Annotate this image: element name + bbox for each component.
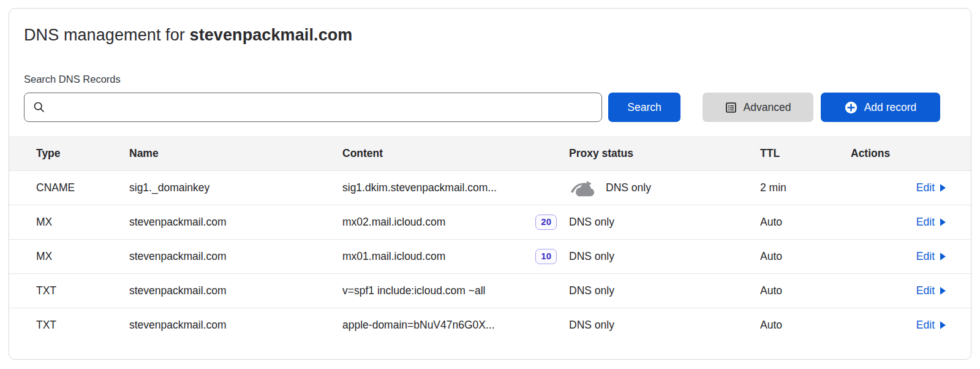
header-actions: Actions: [851, 147, 971, 160]
proxy-status-text: DNS only: [606, 181, 651, 194]
table-row-txt-spf: TXT stevenpackmail.com v=spf1 include:ic…: [9, 273, 971, 308]
add-record-button-label: Add record: [864, 101, 917, 114]
record-content: v=spf1 include:icloud.com ~all: [342, 284, 485, 297]
edit-record-link[interactable]: Edit: [916, 319, 946, 332]
table-row-cname-sig1: CNAME sig1._domainkey sig1.dkim.stevenpa…: [9, 170, 971, 205]
table-row-mx-01: MX stevenpackmail.com mx01.mail.icloud.c…: [9, 239, 971, 273]
caret-right-icon: [940, 218, 946, 227]
record-ttl: Auto: [760, 216, 851, 229]
record-name: stevenpackmail.com: [129, 284, 342, 297]
plus-circle-icon: [845, 101, 858, 114]
dns-records-table: Type Name Content Proxy status TTL Actio…: [9, 136, 971, 342]
list-box-icon: [725, 102, 737, 113]
record-content: apple-domain=bNuV47n6G0X...: [342, 319, 495, 332]
edit-record-link[interactable]: Edit: [916, 284, 946, 297]
record-type: TXT: [36, 319, 129, 332]
advanced-button-label: Advanced: [744, 101, 791, 114]
caret-right-icon: [940, 252, 946, 261]
record-name: stevenpackmail.com: [129, 216, 342, 229]
header-type: Type: [36, 147, 129, 160]
table-row-mx-02: MX stevenpackmail.com mx02.mail.icloud.c…: [9, 205, 971, 239]
record-content: sig1.dkim.stevenpackmail.com...: [342, 181, 497, 194]
caret-right-icon: [940, 183, 946, 192]
table-row-txt-apple-domain: TXT stevenpackmail.com apple-domain=bNuV…: [9, 308, 971, 342]
record-type: MX: [36, 216, 129, 229]
table-body: CNAME sig1._domainkey sig1.dkim.stevenpa…: [9, 170, 971, 342]
record-name: stevenpackmail.com: [129, 319, 342, 332]
edit-link-label: Edit: [916, 216, 935, 229]
record-type: TXT: [36, 284, 129, 297]
page-title-domain: stevenpackmail.com: [190, 26, 353, 44]
header-proxy-status: Proxy status: [569, 147, 760, 160]
record-ttl: Auto: [760, 284, 851, 297]
record-content: mx01.mail.icloud.com: [342, 250, 445, 263]
search-button[interactable]: Search: [608, 93, 680, 122]
record-type: MX: [36, 250, 129, 263]
edit-record-link[interactable]: Edit: [916, 216, 946, 229]
header-content: Content: [342, 147, 569, 160]
advanced-button[interactable]: Advanced: [703, 93, 813, 122]
edit-link-label: Edit: [916, 250, 935, 263]
caret-right-icon: [940, 321, 946, 330]
record-name: sig1._domainkey: [129, 181, 342, 194]
record-ttl: 2 min: [760, 181, 851, 194]
edit-link-label: Edit: [916, 284, 935, 297]
page-title: DNS management for stevenpackmail.com: [9, 26, 971, 45]
page-title-prefix: DNS management for: [24, 26, 190, 44]
edit-record-link[interactable]: Edit: [916, 181, 946, 194]
search-dns-records-label: Search DNS Records: [9, 74, 971, 85]
mx-priority-badge: 10: [535, 249, 557, 264]
search-controls-row: Search Advanced Add record: [9, 93, 971, 122]
mx-priority-badge: 20: [535, 215, 557, 230]
add-record-button[interactable]: Add record: [821, 93, 940, 122]
caret-right-icon: [940, 286, 946, 295]
table-header-row: Type Name Content Proxy status TTL Actio…: [9, 136, 971, 170]
edit-link-label: Edit: [916, 319, 935, 332]
search-box[interactable]: [24, 93, 602, 122]
record-name: stevenpackmail.com: [129, 250, 342, 263]
header-ttl: TTL: [760, 147, 851, 160]
search-icon: [33, 101, 45, 113]
record-content: mx02.mail.icloud.com: [342, 216, 445, 229]
search-input[interactable]: [51, 93, 593, 121]
proxy-status-text: DNS only: [569, 250, 614, 263]
dns-only-cloud-icon: [569, 179, 596, 197]
proxy-status-text: DNS only: [569, 319, 614, 332]
record-ttl: Auto: [760, 250, 851, 263]
proxy-status-text: DNS only: [569, 284, 614, 297]
header-name: Name: [129, 147, 342, 160]
record-type: CNAME: [36, 181, 129, 194]
edit-record-link[interactable]: Edit: [916, 250, 946, 263]
proxy-status-text: DNS only: [569, 216, 614, 229]
edit-link-label: Edit: [916, 181, 935, 194]
dns-management-card: DNS management for stevenpackmail.com Se…: [9, 8, 971, 360]
record-ttl: Auto: [760, 319, 851, 332]
